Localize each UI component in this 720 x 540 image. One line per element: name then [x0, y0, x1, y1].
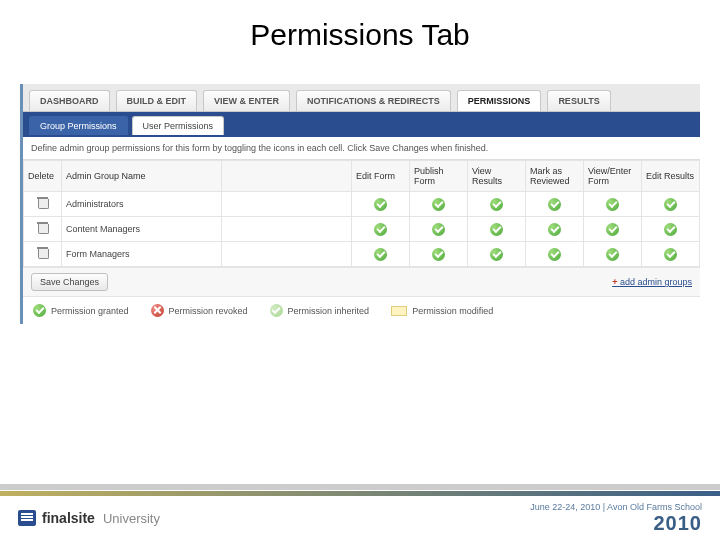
checkmark-icon[interactable] [374, 248, 387, 261]
checkmark-icon [33, 304, 46, 317]
tab-view-enter[interactable]: VIEW & ENTER [203, 90, 290, 111]
legend-label: Permission modified [412, 306, 493, 316]
tab-results[interactable]: RESULTS [547, 90, 610, 111]
checkmark-icon[interactable] [432, 223, 445, 236]
table-row: Administrators [24, 192, 700, 217]
checkmark-icon[interactable] [490, 223, 503, 236]
checkmark-icon[interactable] [548, 248, 561, 261]
brand: finalsite University [18, 510, 160, 526]
legend-revoked: Permission revoked [151, 304, 248, 317]
tab-build-edit[interactable]: BUILD & EDIT [116, 90, 198, 111]
checkmark-icon[interactable] [664, 248, 677, 261]
legend-inherited: Permission inherited [270, 304, 370, 317]
event-info: June 22-24, 2010 | Avon Old Farms School… [530, 502, 702, 535]
checkmark-icon[interactable] [374, 198, 387, 211]
tab-notifications[interactable]: NOTIFICATIONS & REDIRECTS [296, 90, 451, 111]
checkmark-icon[interactable] [548, 223, 561, 236]
slide-title: Permissions Tab [0, 18, 720, 52]
modified-swatch [391, 306, 407, 316]
sub-tab-bar: Group Permissions User Permissions [23, 112, 700, 137]
table-footer: Save Changes add admin groups [23, 267, 700, 296]
group-name-cell: Content Managers [62, 217, 222, 242]
checkmark-icon[interactable] [606, 248, 619, 261]
legend-label: Permission granted [51, 306, 129, 316]
legend: Permission granted Permission revoked Pe… [23, 296, 700, 324]
add-admin-groups-link[interactable]: add admin groups [612, 277, 692, 287]
col-edit-form: Edit Form [352, 161, 410, 192]
col-view-enter-form: View/Enter Form [584, 161, 642, 192]
subtab-user-permissions[interactable]: User Permissions [132, 116, 225, 135]
col-mark-reviewed: Mark as Reviewed [526, 161, 584, 192]
trash-icon[interactable] [37, 197, 48, 209]
help-text: Define admin group permissions for this … [23, 137, 700, 160]
checkmark-icon[interactable] [432, 198, 445, 211]
checkmark-icon[interactable] [374, 223, 387, 236]
checkmark-icon[interactable] [490, 248, 503, 261]
col-view-results: View Results [468, 161, 526, 192]
checkmark-icon[interactable] [548, 198, 561, 211]
group-name-cell: Administrators [62, 192, 222, 217]
table-header-row: Delete Admin Group Name Edit Form Publis… [24, 161, 700, 192]
group-name-cell: Form Managers [62, 242, 222, 267]
checkmark-icon[interactable] [664, 223, 677, 236]
trash-icon[interactable] [37, 247, 48, 259]
legend-label: Permission inherited [288, 306, 370, 316]
checkmark-icon[interactable] [432, 248, 445, 261]
main-tab-bar: DASHBOARD BUILD & EDIT VIEW & ENTER NOTI… [23, 84, 700, 112]
trash-icon[interactable] [37, 222, 48, 234]
table-row: Content Managers [24, 217, 700, 242]
save-changes-button[interactable]: Save Changes [31, 273, 108, 291]
inherited-icon [270, 304, 283, 317]
checkmark-icon[interactable] [664, 198, 677, 211]
legend-modified: Permission modified [391, 306, 493, 316]
col-group-name: Admin Group Name [62, 161, 222, 192]
slide-footer: finalsite University June 22-24, 2010 | … [0, 484, 720, 540]
brand-subname: University [103, 511, 160, 526]
checkmark-icon[interactable] [606, 198, 619, 211]
permissions-panel: DASHBOARD BUILD & EDIT VIEW & ENTER NOTI… [20, 84, 700, 324]
tab-permissions[interactable]: PERMISSIONS [457, 90, 542, 111]
table-row: Form Managers [24, 242, 700, 267]
brand-name: finalsite [42, 510, 95, 526]
col-publish-form: Publish Form [410, 161, 468, 192]
legend-label: Permission revoked [169, 306, 248, 316]
checkmark-icon[interactable] [606, 223, 619, 236]
subtab-group-permissions[interactable]: Group Permissions [29, 116, 128, 135]
revoked-icon [151, 304, 164, 317]
tab-dashboard[interactable]: DASHBOARD [29, 90, 110, 111]
finalsite-logo-icon [18, 510, 36, 526]
legend-granted: Permission granted [33, 304, 129, 317]
event-dateline: June 22-24, 2010 | Avon Old Farms School [530, 502, 702, 512]
col-edit-results: Edit Results [642, 161, 700, 192]
permissions-table: Delete Admin Group Name Edit Form Publis… [23, 160, 700, 267]
col-spacer [222, 161, 352, 192]
col-delete: Delete [24, 161, 62, 192]
checkmark-icon[interactable] [490, 198, 503, 211]
event-year: 2010 [530, 512, 702, 535]
